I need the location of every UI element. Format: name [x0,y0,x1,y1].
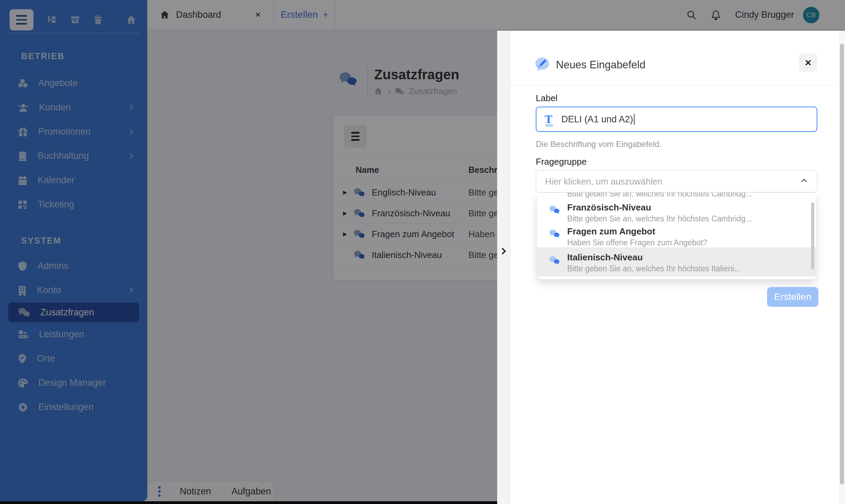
chevron-right-icon [128,288,133,293]
panel-collapse-strip[interactable] [497,31,511,504]
archive-icon[interactable] [70,15,80,25]
chat-icon [549,205,560,216]
text-type-icon: T [545,113,553,125]
dock-tab-notizen[interactable]: Notizen [169,486,221,497]
bottom-dock: Notizen Aufgaben [148,481,274,501]
expand-caret-icon[interactable]: ▶ [343,189,352,195]
avatar: CB [803,7,819,23]
book-icon [18,151,27,161]
sidebar-item-promotionen[interactable]: Promotionen [0,120,147,144]
tab-dashboard[interactable]: Dashboard × [147,0,274,29]
table-menu-button[interactable] [344,125,367,148]
dropdown-option[interactable]: Französisch-Niveau Bitte geben Sie an, w… [537,200,816,223]
chat-icon [353,208,365,218]
sidebar-section-betrieb: BETRIEB [21,51,65,61]
cubes-icon [18,78,28,88]
bottom-edge [0,501,499,504]
sidebar-item-kunden[interactable]: Kunden [0,95,147,120]
dropdown-option[interactable]: Fragen zum Angebot Haben Sie offene Frag… [537,223,816,247]
chat-icon [339,71,357,90]
sidebar-item-buchhaltung[interactable]: Buchhaltung [0,144,147,168]
sidebar-item-design-manager[interactable]: Design Manager [0,371,147,395]
sidebar-item-orte[interactable]: Orte [0,346,147,371]
chat-icon [18,307,30,317]
expand-caret-icon[interactable]: ▶ [343,210,352,216]
sidebar-item-admins[interactable]: Admins [0,254,147,278]
label-input[interactable]: T DELI (A1 und A2) [536,107,817,132]
trash-icon[interactable] [94,15,103,25]
panel-title: Neues Eingabefeld [556,59,645,71]
chat-pencil-icon [534,56,550,72]
chat-icon [353,229,365,239]
close-tab-icon[interactable]: × [255,9,261,20]
shield-icon [18,261,27,271]
chevron-up-icon [802,179,807,184]
qr-icon [18,200,27,209]
close-panel-button[interactable]: × [799,53,817,72]
folder-tree-icon[interactable] [47,15,57,25]
breadcrumb-current: Zusatzfragen [409,86,457,96]
breadcrumb: Zusatzfragen [374,86,459,96]
sidebar-item-einstellungen[interactable]: Einstellungen [0,395,147,419]
menu-icon[interactable] [10,9,33,30]
dock-tab-aufgaben[interactable]: Aufgaben [221,486,282,497]
erstellen-button[interactable]: Erstellen [767,287,818,307]
bell-icon[interactable] [711,10,721,20]
search-icon[interactable] [686,10,697,20]
sidebar-item-leistungen[interactable]: Leistungen [0,322,147,346]
sidebar-item-angebote[interactable]: Angebote [0,71,147,95]
building-icon [18,285,27,296]
sidebar-item-zusatzfragen[interactable]: Zusatzfragen [8,302,139,322]
user-menu[interactable]: Cindy Brugger CB [735,7,819,23]
screen: BETRIEB Angebote Kunden Promotionen [0,0,845,504]
dropdown-option-highlighted[interactable]: Italienisch-Niveau Bitte geben Sie an, w… [537,247,816,276]
chevron-right-icon [128,153,133,159]
label-input-value: DELI (A1 und A2) [561,114,633,125]
pin-icon [18,354,27,364]
sidebar-item-konto[interactable]: Konto [0,278,147,302]
chat-icon [395,87,404,95]
dropdown-scrollbar[interactable] [811,202,814,269]
chevron-right-icon [128,129,133,135]
chat-icon [353,188,365,197]
chevron-right-icon [128,105,133,110]
text-cursor [634,114,635,125]
label-field-label: Label [536,93,558,104]
chat-icon [549,256,560,267]
kebab-menu-icon[interactable] [158,486,161,497]
home-icon[interactable] [374,87,382,95]
select-placeholder: Hier klicken, um auszuwählen [545,176,663,187]
home-icon[interactable] [126,15,136,24]
plus-icon: + [323,9,328,20]
sidebar-section-system: SYSTEM [21,236,62,246]
sidebar-toolbar [10,10,140,33]
page-header: Zusatzfragen Zusatzfragen [339,67,459,96]
label-helper-text: Die Beschriftung vom Eingabefeld. [536,139,662,149]
conveyor-icon [18,330,29,339]
gift-icon [18,127,28,137]
user-name: Cindy Brugger [735,10,794,20]
palette-icon [18,378,28,388]
chat-icon [353,250,365,260]
calendar-icon [18,175,27,186]
gear-icon [18,402,28,412]
neues-eingabefeld-panel: Neues Eingabefeld × Label T DELI (A1 und… [497,31,845,504]
page-title: Zusatzfragen [374,67,459,82]
fragegruppe-select[interactable]: Hier klicken, um auszuwählen [536,170,817,193]
expand-caret-icon[interactable]: ▶ [343,231,352,237]
column-name[interactable]: Name [333,165,468,175]
page-scrollbar[interactable] [839,31,845,504]
dropdown-clipped-option[interactable]: Bitte geben Sie an, welches Ihr höchstes… [537,193,816,200]
sidebar-item-kalender[interactable]: Kalender [0,168,147,192]
sidebar-item-ticketing[interactable]: Ticketing [0,192,147,217]
chat-icon [549,229,560,240]
home-icon [160,11,169,19]
fragegruppe-dropdown: Bitte geben Sie an, welches Ihr höchstes… [537,193,816,279]
sidebar: BETRIEB Angebote Kunden Promotionen [0,0,147,501]
users-icon [18,103,29,112]
chevron-right-icon[interactable] [499,248,506,255]
tab-erstellen[interactable]: Erstellen + [274,0,335,29]
group-field-label: Fragegruppe [536,156,587,167]
